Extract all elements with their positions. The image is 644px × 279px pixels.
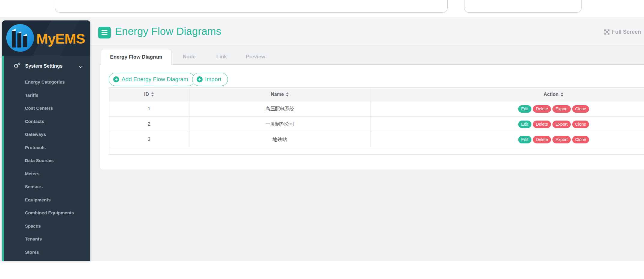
- clone-button[interactable]: Clone: [572, 121, 589, 128]
- myems-logo-icon: [6, 23, 35, 52]
- cell-actions: Edit Delete Export Clone: [370, 117, 644, 132]
- sidebar-item-data-sources[interactable]: Data Sources: [4, 154, 90, 167]
- cell-name: 高压配电系统: [189, 101, 370, 116]
- sidebar-item-stores[interactable]: Stores: [4, 246, 90, 259]
- clone-button[interactable]: Clone: [572, 105, 589, 113]
- column-header-id[interactable]: ID: [109, 88, 189, 101]
- sidebar-nav: ⚙⚙ System Settings Energy Categories Tar…: [2, 56, 90, 261]
- export-button[interactable]: Export: [552, 121, 570, 128]
- browser-chrome-remnant-left: [55, 0, 448, 13]
- column-header-name[interactable]: Name: [189, 88, 370, 101]
- edit-button[interactable]: Edit: [518, 121, 531, 128]
- table-footer-strip: [109, 147, 644, 154]
- expand-icon: [604, 29, 610, 35]
- sidebar-items: Energy Categories Tariffs Cost Centers C…: [4, 75, 90, 259]
- tab-preview[interactable]: Preview: [246, 49, 265, 64]
- add-button-label: Add Energy Flow Diagram: [122, 76, 188, 83]
- cell-name: 地铁站: [189, 132, 370, 147]
- table-row: 3 地铁站 Edit Delete Export Clone: [109, 132, 644, 147]
- content-card: + Add Energy Flow Diagram + Import ID Na…: [100, 65, 644, 170]
- hamburger-icon: [101, 30, 107, 31]
- plus-circle-icon: +: [197, 76, 203, 82]
- clone-button[interactable]: Clone: [572, 136, 589, 143]
- tab-link[interactable]: Link: [216, 49, 227, 64]
- sidebar-item-sensors[interactable]: Sensors: [4, 180, 90, 193]
- delete-button[interactable]: Delete: [533, 121, 551, 128]
- sidebar-item-meters[interactable]: Meters: [4, 167, 90, 180]
- sidebar-logo-block[interactable]: MyEMS: [2, 20, 90, 56]
- add-energy-flow-diagram-button[interactable]: + Add Energy Flow Diagram: [109, 73, 195, 86]
- page-title: Energy Flow Diagrams: [115, 25, 221, 37]
- table-row: 1 高压配电系统 Edit Delete Export Clone: [109, 101, 644, 117]
- fullscreen-button[interactable]: Full Screen: [604, 29, 641, 35]
- sidebar-item-cost-centers[interactable]: Cost Centers: [4, 102, 90, 115]
- cell-actions: Edit Delete Export Clone: [370, 101, 644, 116]
- import-button[interactable]: + Import: [192, 73, 228, 86]
- sidebar-item-equipments[interactable]: Equipments: [4, 193, 90, 207]
- cell-name: 一度制剂公司: [189, 117, 370, 132]
- sidebar-item-energy-categories[interactable]: Energy Categories: [4, 75, 90, 89]
- export-button[interactable]: Export: [552, 136, 570, 143]
- sort-icon: [151, 92, 154, 97]
- edit-button[interactable]: Edit: [518, 136, 531, 143]
- export-button[interactable]: Export: [552, 105, 570, 113]
- sort-icon: [561, 92, 564, 97]
- browser-chrome-remnant-right: [464, 0, 582, 13]
- sidebar-item-spaces[interactable]: Spaces: [4, 219, 90, 233]
- table-header-row: ID Name Action: [109, 88, 644, 101]
- cell-actions: Edit Delete Export Clone: [370, 132, 644, 147]
- header-divider: [90, 45, 644, 45]
- chevron-down-icon: [79, 64, 83, 68]
- sidebar-item-tenants[interactable]: Tenants: [4, 232, 90, 246]
- sidebar-group-label: System Settings: [25, 63, 62, 69]
- sidebar-item-tariffs[interactable]: Tariffs: [4, 89, 90, 102]
- sidebar-item-protocols[interactable]: Protocols: [4, 141, 90, 154]
- cell-id: 1: [109, 101, 189, 116]
- sidebar: MyEMS ⚙⚙ System Settings Energy Categori…: [2, 20, 90, 261]
- delete-button[interactable]: Delete: [533, 105, 551, 113]
- edit-button[interactable]: Edit: [518, 105, 531, 113]
- cell-id: 3: [109, 132, 189, 147]
- sidebar-item-contacts[interactable]: Contacts: [4, 115, 90, 128]
- column-header-action[interactable]: Action: [370, 88, 644, 101]
- delete-button[interactable]: Delete: [533, 136, 551, 143]
- sidebar-item-gateways[interactable]: Gateways: [4, 128, 90, 141]
- fullscreen-label: Full Screen: [612, 29, 641, 35]
- table-row: 2 一度制剂公司 Edit Delete Export Clone: [109, 117, 644, 132]
- tab-node[interactable]: Node: [183, 49, 196, 64]
- tab-energy-flow-diagram[interactable]: Energy Flow Diagram: [101, 49, 171, 65]
- sidebar-item-combined-equipments[interactable]: Combined Equipments: [4, 206, 90, 219]
- brand-name: MyEMS: [36, 30, 85, 47]
- cell-id: 2: [109, 117, 189, 132]
- sidebar-group-system-settings[interactable]: ⚙⚙ System Settings: [4, 60, 90, 73]
- sort-icon: [286, 92, 289, 97]
- gear-icon: ⚙⚙: [14, 63, 23, 69]
- diagrams-table: ID Name Action 1 高压配电系统 Edit: [109, 87, 644, 155]
- menu-toggle-button[interactable]: [98, 27, 111, 38]
- plus-circle-icon: +: [113, 76, 119, 82]
- import-button-label: Import: [205, 76, 221, 83]
- app-window: MyEMS ⚙⚙ System Settings Energy Categori…: [0, 0, 644, 279]
